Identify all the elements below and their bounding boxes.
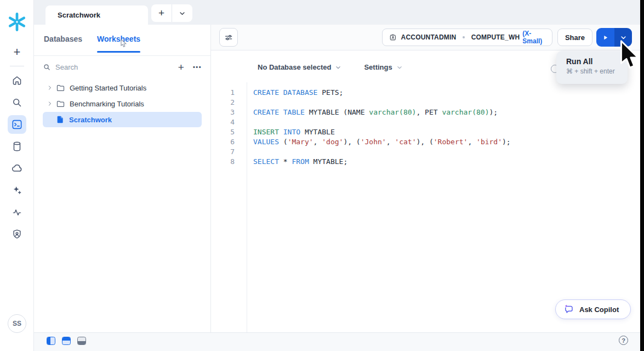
settings-dropdown[interactable]: Settings bbox=[364, 63, 392, 71]
warehouse-size-label: (X-Small) bbox=[522, 30, 545, 45]
code-line-5[interactable]: 5INSERT INTO MYTABLE bbox=[211, 127, 628, 137]
search-icon[interactable] bbox=[12, 97, 23, 109]
code-line-8[interactable]: 8SELECT * FROM MYTABLE; bbox=[211, 157, 628, 167]
chevron-down-icon[interactable] bbox=[334, 64, 342, 71]
role-label: ACCOUNTADMIN bbox=[401, 33, 457, 41]
small-cursor-pointer bbox=[120, 39, 128, 48]
worksheets-terminal-icon[interactable] bbox=[11, 118, 23, 131]
copilot-sparkle-chat-icon bbox=[563, 304, 574, 315]
tab-scratchwork-label: Scratchwork bbox=[58, 11, 100, 19]
ai-sparkles-icon[interactable] bbox=[12, 185, 23, 196]
worksheet-list: Getting Started TutorialsBenchmarking Tu… bbox=[34, 80, 210, 128]
play-icon bbox=[601, 33, 609, 42]
left-nav-rail: + bbox=[0, 0, 34, 351]
code-line-2[interactable]: 2 bbox=[211, 98, 628, 107]
ask-copilot-button[interactable]: Ask Copilot bbox=[555, 299, 631, 319]
code-line-4[interactable]: 4 bbox=[211, 117, 628, 127]
item-label: Scratchwork bbox=[69, 116, 112, 124]
sidebar-divider bbox=[34, 55, 210, 56]
snowflake-logo-icon[interactable] bbox=[7, 12, 27, 32]
database-selector[interactable]: No Database selected bbox=[258, 63, 331, 71]
item-label: Benchmarking Tutorials bbox=[70, 100, 144, 108]
worksheet-tab-bar: Scratchwork + bbox=[34, 0, 640, 25]
help-button[interactable]: ? bbox=[619, 336, 628, 345]
separator-dot bbox=[463, 36, 464, 38]
document-icon bbox=[56, 115, 65, 124]
item-label: Getting Started Tutorials bbox=[70, 84, 146, 92]
new-worksheet-plus-icon[interactable]: + bbox=[14, 45, 21, 59]
folder-icon bbox=[56, 83, 65, 93]
new-tab-button[interactable]: + bbox=[151, 4, 172, 22]
activity-pulse-icon[interactable] bbox=[12, 207, 23, 218]
code-lines[interactable]: 1CREATE DATABASE PETS;23CREATE TABLE MYT… bbox=[211, 88, 628, 167]
tab-list-dropdown-button[interactable] bbox=[172, 4, 192, 22]
add-worksheet-icon[interactable]: + bbox=[178, 62, 184, 72]
worksheet-toolbar: ACCOUNTADMIN COMPUTE_WH (X-Small) Share bbox=[211, 25, 640, 50]
worksheet-item-scratchwork[interactable]: Scratchwork bbox=[43, 112, 202, 127]
folder-icon bbox=[56, 99, 65, 109]
folder-item-benchmarking-tutorials[interactable]: Benchmarking Tutorials bbox=[43, 96, 202, 111]
filters-button[interactable] bbox=[219, 28, 238, 47]
chevron-down-icon bbox=[178, 9, 186, 18]
data-database-icon[interactable] bbox=[12, 141, 23, 152]
tab-scratchwork[interactable]: Scratchwork bbox=[45, 5, 148, 25]
layout-top-panel-icon[interactable] bbox=[62, 337, 71, 345]
tab-worksheets-underline bbox=[97, 51, 140, 53]
run-button[interactable] bbox=[596, 28, 614, 47]
admin-badge-icon[interactable] bbox=[12, 229, 23, 240]
folder-item-getting-started-tutorials[interactable]: Getting Started Tutorials bbox=[43, 80, 202, 95]
share-button[interactable]: Share bbox=[557, 29, 592, 46]
more-options-icon[interactable]: ••• bbox=[193, 64, 202, 70]
search-input[interactable] bbox=[55, 63, 143, 71]
snowsight-app: + bbox=[0, 0, 644, 351]
code-line-6[interactable]: 6VALUES ('Mary', 'dog'), ('John', 'cat')… bbox=[211, 137, 628, 147]
editor-context-row: No Database selected Settings bbox=[258, 63, 403, 71]
sidebar: Databases Worksheets + ••• Getting Start… bbox=[34, 25, 211, 332]
screen-edge-black-strip bbox=[640, 0, 644, 351]
tab-worksheets[interactable]: Worksheets bbox=[97, 35, 140, 43]
sidebar-search-row: + ••• bbox=[34, 58, 210, 76]
mouse-cursor-arrow bbox=[618, 39, 641, 72]
code-line-7[interactable]: 7 bbox=[211, 147, 628, 157]
status-bar: ? bbox=[34, 332, 640, 351]
layout-bottom-panel-icon[interactable] bbox=[77, 337, 86, 345]
user-avatar[interactable]: SS bbox=[8, 314, 26, 333]
marketplace-cloud-icon[interactable] bbox=[11, 162, 23, 174]
run-menu: Run All ⌘ + shift + enter bbox=[556, 51, 628, 84]
code-line-3[interactable]: 3CREATE TABLE MYTABLE (NAME varchar(80),… bbox=[211, 107, 628, 117]
ask-copilot-label: Ask Copilot bbox=[579, 305, 619, 314]
warehouse-label: COMPUTE_WH bbox=[471, 33, 520, 41]
home-icon[interactable] bbox=[12, 75, 23, 87]
layout-left-panel-icon[interactable] bbox=[47, 337, 55, 345]
plus-icon: + bbox=[158, 7, 164, 19]
role-badge-icon bbox=[389, 33, 397, 42]
chevron-down-icon[interactable] bbox=[396, 64, 403, 71]
sql-editor[interactable]: No Database selected Settings 1CREATE DA… bbox=[211, 50, 640, 332]
chevron-right-icon[interactable] bbox=[46, 84, 54, 91]
chevron-right-icon[interactable] bbox=[46, 100, 54, 107]
tab-databases[interactable]: Databases bbox=[44, 35, 82, 43]
code-line-1[interactable]: 1CREATE DATABASE PETS; bbox=[211, 88, 628, 98]
search-icon bbox=[43, 63, 51, 71]
rail-divider bbox=[10, 66, 24, 66]
session-context-selector[interactable]: ACCOUNTADMIN COMPUTE_WH (X-Small) bbox=[382, 29, 552, 46]
tab-actions: + bbox=[151, 4, 192, 22]
sliders-icon bbox=[224, 32, 234, 43]
